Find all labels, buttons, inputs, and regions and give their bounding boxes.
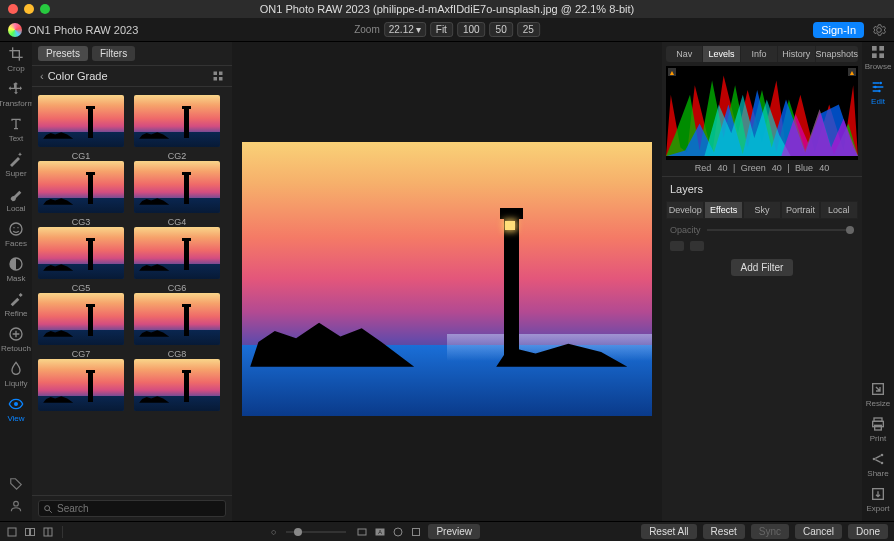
zoom-controls: Zoom 22.12▾ Fit 100 50 25 xyxy=(354,22,540,37)
preset-thumbnails: CG1CG2CG3CG4CG5CG6CG7CG8 xyxy=(32,87,232,495)
done-button[interactable]: Done xyxy=(848,524,888,539)
brush-icon xyxy=(8,186,24,202)
zoom-value-input[interactable]: 22.12▾ xyxy=(384,22,426,37)
softproof-icon[interactable] xyxy=(356,526,368,538)
module-tab-sky[interactable]: Sky xyxy=(743,201,781,219)
zoom-100-button[interactable]: 100 xyxy=(457,22,486,37)
preset-thumb[interactable] xyxy=(38,293,124,345)
module-tab-effects[interactable]: Effects xyxy=(704,201,742,219)
export-icon xyxy=(870,486,886,502)
tool-grid[interactable]: Browse xyxy=(865,44,892,71)
zoom-slider[interactable] xyxy=(286,531,346,533)
right-module-rail: Browse Edit Resize Print Share Export xyxy=(862,42,894,521)
preset-category-header[interactable]: ‹ Color Grade xyxy=(32,65,232,87)
mask-thumb-icon[interactable] xyxy=(690,241,704,251)
histogram[interactable]: ▲ ▲ xyxy=(666,66,858,160)
tool-label: Crop xyxy=(7,64,24,73)
tab-filters[interactable]: Filters xyxy=(92,46,135,61)
tool-export[interactable]: Export xyxy=(866,486,890,513)
zoom-label: Zoom xyxy=(354,24,380,35)
mask-view-icon[interactable]: A xyxy=(374,526,386,538)
split-view-icon[interactable] xyxy=(42,526,54,538)
preset-label: CG2 xyxy=(134,151,220,161)
app-logo-icon xyxy=(8,23,22,37)
compare-view-icon[interactable] xyxy=(24,526,36,538)
single-view-icon[interactable] xyxy=(6,526,18,538)
tool-eye[interactable]: View xyxy=(0,396,34,423)
tool-label: Text xyxy=(9,134,24,143)
tool-label: Refine xyxy=(4,309,27,318)
module-tab-local[interactable]: Local xyxy=(820,201,858,219)
liquify-icon xyxy=(8,361,24,377)
canvas-area[interactable] xyxy=(232,42,662,521)
svg-text:A: A xyxy=(379,529,383,535)
svg-rect-0 xyxy=(12,47,13,58)
signin-button[interactable]: Sign-In xyxy=(813,22,864,38)
person-icon[interactable] xyxy=(9,499,23,513)
tool-share[interactable]: Share xyxy=(866,451,890,478)
tool-refine[interactable]: Refine xyxy=(0,291,34,318)
grid-view-icon[interactable] xyxy=(212,70,224,82)
tool-print[interactable]: Print xyxy=(866,416,890,443)
layer-thumb-icon[interactable] xyxy=(670,241,684,251)
tool-label: Edit xyxy=(871,97,885,106)
tool-face[interactable]: Faces xyxy=(0,221,34,248)
tool-heal[interactable]: Retouch xyxy=(0,326,34,353)
search-field[interactable] xyxy=(57,503,221,514)
tool-crop[interactable]: Crop xyxy=(0,46,34,73)
tool-mask[interactable]: Mask xyxy=(0,256,34,283)
search-input[interactable] xyxy=(38,500,226,517)
info-tabs: NavLevelsInfoHistorySnapshots xyxy=(666,46,858,62)
preset-thumb[interactable] xyxy=(134,161,220,213)
preset-thumb[interactable] xyxy=(134,95,220,147)
tab-nav[interactable]: Nav xyxy=(666,46,703,62)
tool-liquify[interactable]: Liquify xyxy=(0,361,34,388)
preset-thumb[interactable] xyxy=(134,227,220,279)
gear-icon[interactable] xyxy=(872,23,886,37)
module-tab-develop[interactable]: Develop xyxy=(666,201,704,219)
zoom-50-button[interactable]: 50 xyxy=(490,22,513,37)
tab-snapshots[interactable]: Snapshots xyxy=(816,46,859,62)
svg-point-18 xyxy=(874,86,877,89)
preset-thumb[interactable] xyxy=(38,95,124,147)
opacity-slider[interactable] xyxy=(707,229,854,231)
info-toggle-icon[interactable] xyxy=(410,526,422,538)
transform-icon xyxy=(8,81,24,97)
tool-transform[interactable]: Transform xyxy=(0,81,34,108)
tool-brush[interactable]: Local xyxy=(0,186,34,213)
wand-icon xyxy=(8,151,24,167)
tool-label: Liquify xyxy=(4,379,27,388)
tool-resize[interactable]: Resize xyxy=(866,381,890,408)
presets-panel: Presets Filters ‹ Color Grade CG1CG2CG3C… xyxy=(32,42,232,521)
cancel-button[interactable]: Cancel xyxy=(795,524,842,539)
preset-label: CG3 xyxy=(38,217,124,227)
tool-text[interactable]: Text xyxy=(0,116,34,143)
svg-point-6 xyxy=(17,227,18,228)
tool-sliders[interactable]: Edit xyxy=(865,79,892,106)
main-image-preview xyxy=(242,142,652,416)
zoom-25-button[interactable]: 25 xyxy=(517,22,540,37)
clipping-icon[interactable] xyxy=(392,526,404,538)
app-bar: ON1 Photo RAW 2023 Zoom 22.12▾ Fit 100 5… xyxy=(0,18,894,42)
add-filter-button[interactable]: Add Filter xyxy=(731,259,794,276)
tool-wand[interactable]: Super xyxy=(0,151,34,178)
preset-thumb[interactable] xyxy=(38,359,124,411)
svg-rect-15 xyxy=(872,53,877,58)
tab-info[interactable]: Info xyxy=(741,46,778,62)
preset-label: CG4 xyxy=(134,217,220,227)
sync-button[interactable]: Sync xyxy=(751,524,789,539)
preset-thumb[interactable] xyxy=(38,227,124,279)
reset-all-button[interactable]: Reset All xyxy=(641,524,696,539)
tab-history[interactable]: History xyxy=(778,46,815,62)
preset-thumb[interactable] xyxy=(38,161,124,213)
zoom-fit-button[interactable]: Fit xyxy=(430,22,453,37)
module-tab-portrait[interactable]: Portrait xyxy=(781,201,819,219)
preview-button[interactable]: Preview xyxy=(428,524,480,539)
tab-presets[interactable]: Presets xyxy=(38,46,88,61)
tag-icon[interactable] xyxy=(9,477,23,491)
preset-thumb[interactable] xyxy=(134,293,220,345)
reset-button[interactable]: Reset xyxy=(703,524,745,539)
tab-levels[interactable]: Levels xyxy=(703,46,740,62)
preset-thumb[interactable] xyxy=(134,359,220,411)
chevron-left-icon[interactable]: ‹ xyxy=(40,70,44,82)
